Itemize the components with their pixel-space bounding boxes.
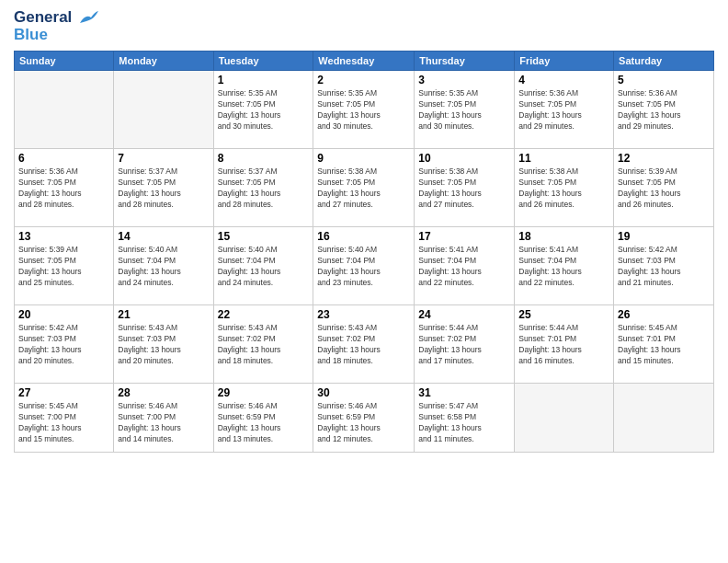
day-info: Sunrise: 5:46 AM Sunset: 7:00 PM Dayligh…	[118, 401, 209, 445]
day-info: Sunrise: 5:46 AM Sunset: 6:59 PM Dayligh…	[317, 401, 410, 445]
day-info: Sunrise: 5:39 AM Sunset: 7:05 PM Dayligh…	[618, 167, 710, 211]
day-number: 15	[218, 230, 310, 243]
calendar-cell: 4Sunrise: 5:36 AM Sunset: 7:05 PM Daylig…	[515, 71, 614, 149]
day-info: Sunrise: 5:39 AM Sunset: 7:05 PM Dayligh…	[18, 245, 109, 289]
logo-line1: General	[14, 9, 98, 27]
day-info: Sunrise: 5:42 AM Sunset: 7:03 PM Dayligh…	[18, 323, 109, 367]
day-number: 6	[18, 152, 109, 165]
calendar-cell: 10Sunrise: 5:38 AM Sunset: 7:05 PM Dayli…	[415, 149, 515, 227]
day-number: 23	[317, 308, 410, 321]
calendar-cell: 30Sunrise: 5:46 AM Sunset: 6:59 PM Dayli…	[313, 384, 415, 453]
day-info: Sunrise: 5:36 AM Sunset: 7:05 PM Dayligh…	[618, 88, 710, 132]
calendar-cell: 29Sunrise: 5:46 AM Sunset: 6:59 PM Dayli…	[213, 384, 313, 453]
weekday-header-sunday: Sunday	[15, 52, 114, 71]
weekday-header-row: SundayMondayTuesdayWednesdayThursdayFrid…	[15, 52, 714, 71]
calendar-cell: 28Sunrise: 5:46 AM Sunset: 7:00 PM Dayli…	[114, 384, 213, 453]
day-number: 14	[118, 230, 209, 243]
calendar-cell: 17Sunrise: 5:41 AM Sunset: 7:04 PM Dayli…	[415, 227, 515, 305]
calendar-cell	[614, 384, 714, 453]
day-info: Sunrise: 5:43 AM Sunset: 7:03 PM Dayligh…	[118, 323, 209, 367]
calendar-cell: 16Sunrise: 5:40 AM Sunset: 7:04 PM Dayli…	[313, 227, 415, 305]
calendar-cell: 14Sunrise: 5:40 AM Sunset: 7:04 PM Dayli…	[114, 227, 213, 305]
day-number: 16	[317, 230, 410, 243]
day-info: Sunrise: 5:40 AM Sunset: 7:04 PM Dayligh…	[218, 245, 310, 289]
day-info: Sunrise: 5:46 AM Sunset: 6:59 PM Dayligh…	[218, 401, 310, 445]
day-number: 24	[418, 308, 510, 321]
day-info: Sunrise: 5:36 AM Sunset: 7:05 PM Dayligh…	[18, 167, 109, 211]
calendar-cell: 24Sunrise: 5:44 AM Sunset: 7:02 PM Dayli…	[415, 305, 515, 384]
weekday-header-tuesday: Tuesday	[213, 52, 313, 71]
day-number: 10	[418, 152, 510, 165]
calendar-cell: 5Sunrise: 5:36 AM Sunset: 7:05 PM Daylig…	[614, 71, 714, 149]
logo-line2: Blue	[14, 27, 98, 44]
calendar-cell: 15Sunrise: 5:40 AM Sunset: 7:04 PM Dayli…	[213, 227, 313, 305]
calendar-cell: 1Sunrise: 5:35 AM Sunset: 7:05 PM Daylig…	[213, 71, 313, 149]
calendar-week-row: 1Sunrise: 5:35 AM Sunset: 7:05 PM Daylig…	[15, 71, 714, 149]
day-info: Sunrise: 5:35 AM Sunset: 7:05 PM Dayligh…	[317, 88, 410, 132]
calendar-week-row: 27Sunrise: 5:45 AM Sunset: 7:00 PM Dayli…	[15, 384, 714, 453]
day-info: Sunrise: 5:44 AM Sunset: 7:01 PM Dayligh…	[518, 323, 609, 367]
day-number: 5	[618, 74, 710, 86]
calendar-week-row: 20Sunrise: 5:42 AM Sunset: 7:03 PM Dayli…	[15, 305, 714, 384]
day-info: Sunrise: 5:40 AM Sunset: 7:04 PM Dayligh…	[317, 245, 410, 289]
calendar-cell: 27Sunrise: 5:45 AM Sunset: 7:00 PM Dayli…	[15, 384, 114, 453]
day-number: 12	[618, 152, 710, 165]
day-info: Sunrise: 5:35 AM Sunset: 7:05 PM Dayligh…	[218, 88, 310, 132]
day-number: 28	[118, 386, 209, 399]
day-info: Sunrise: 5:40 AM Sunset: 7:04 PM Dayligh…	[118, 245, 209, 289]
day-number: 13	[18, 230, 109, 243]
calendar-cell: 26Sunrise: 5:45 AM Sunset: 7:01 PM Dayli…	[614, 305, 714, 384]
calendar-cell: 13Sunrise: 5:39 AM Sunset: 7:05 PM Dayli…	[15, 227, 114, 305]
day-info: Sunrise: 5:41 AM Sunset: 7:04 PM Dayligh…	[518, 245, 609, 289]
calendar-cell: 11Sunrise: 5:38 AM Sunset: 7:05 PM Dayli…	[515, 149, 614, 227]
calendar-cell: 19Sunrise: 5:42 AM Sunset: 7:03 PM Dayli…	[614, 227, 714, 305]
weekday-header-wednesday: Wednesday	[313, 52, 415, 71]
day-number: 18	[518, 230, 609, 243]
calendar-cell: 6Sunrise: 5:36 AM Sunset: 7:05 PM Daylig…	[15, 149, 114, 227]
day-info: Sunrise: 5:38 AM Sunset: 7:05 PM Dayligh…	[317, 167, 410, 211]
day-number: 21	[118, 308, 209, 321]
calendar-cell	[15, 71, 114, 149]
calendar-cell: 20Sunrise: 5:42 AM Sunset: 7:03 PM Dayli…	[15, 305, 114, 384]
day-info: Sunrise: 5:45 AM Sunset: 7:01 PM Dayligh…	[618, 323, 710, 367]
calendar-cell: 9Sunrise: 5:38 AM Sunset: 7:05 PM Daylig…	[313, 149, 415, 227]
day-number: 27	[18, 386, 109, 399]
calendar-cell: 3Sunrise: 5:35 AM Sunset: 7:05 PM Daylig…	[415, 71, 515, 149]
weekday-header-friday: Friday	[515, 52, 614, 71]
day-number: 20	[18, 308, 109, 321]
day-info: Sunrise: 5:36 AM Sunset: 7:05 PM Dayligh…	[518, 88, 609, 132]
weekday-header-saturday: Saturday	[614, 52, 714, 71]
day-number: 17	[418, 230, 510, 243]
weekday-header-thursday: Thursday	[415, 52, 515, 71]
day-info: Sunrise: 5:42 AM Sunset: 7:03 PM Dayligh…	[618, 245, 710, 289]
day-info: Sunrise: 5:35 AM Sunset: 7:05 PM Dayligh…	[418, 88, 510, 132]
calendar-cell: 23Sunrise: 5:43 AM Sunset: 7:02 PM Dayli…	[313, 305, 415, 384]
calendar-cell: 25Sunrise: 5:44 AM Sunset: 7:01 PM Dayli…	[515, 305, 614, 384]
calendar-cell	[515, 384, 614, 453]
day-number: 2	[317, 74, 410, 86]
day-info: Sunrise: 5:41 AM Sunset: 7:04 PM Dayligh…	[418, 245, 510, 289]
day-number: 31	[418, 386, 510, 399]
calendar-cell: 22Sunrise: 5:43 AM Sunset: 7:02 PM Dayli…	[213, 305, 313, 384]
calendar-cell: 12Sunrise: 5:39 AM Sunset: 7:05 PM Dayli…	[614, 149, 714, 227]
day-number: 9	[317, 152, 410, 165]
day-info: Sunrise: 5:43 AM Sunset: 7:02 PM Dayligh…	[218, 323, 310, 367]
day-number: 3	[418, 74, 510, 86]
day-info: Sunrise: 5:38 AM Sunset: 7:05 PM Dayligh…	[518, 167, 609, 211]
day-info: Sunrise: 5:45 AM Sunset: 7:00 PM Dayligh…	[18, 401, 109, 445]
day-number: 4	[518, 74, 609, 86]
day-info: Sunrise: 5:43 AM Sunset: 7:02 PM Dayligh…	[317, 323, 410, 367]
day-number: 7	[118, 152, 209, 165]
day-number: 26	[618, 308, 710, 321]
logo: General Blue	[14, 9, 98, 43]
day-info: Sunrise: 5:37 AM Sunset: 7:05 PM Dayligh…	[118, 167, 209, 211]
day-info: Sunrise: 5:47 AM Sunset: 6:58 PM Dayligh…	[418, 401, 510, 445]
day-number: 30	[317, 386, 410, 399]
calendar-cell: 7Sunrise: 5:37 AM Sunset: 7:05 PM Daylig…	[114, 149, 213, 227]
day-info: Sunrise: 5:38 AM Sunset: 7:05 PM Dayligh…	[418, 167, 510, 211]
day-number: 11	[518, 152, 609, 165]
calendar-cell: 8Sunrise: 5:37 AM Sunset: 7:05 PM Daylig…	[213, 149, 313, 227]
calendar: SundayMondayTuesdayWednesdayThursdayFrid…	[14, 51, 714, 453]
day-info: Sunrise: 5:44 AM Sunset: 7:02 PM Dayligh…	[418, 323, 510, 367]
day-number: 1	[218, 74, 310, 86]
